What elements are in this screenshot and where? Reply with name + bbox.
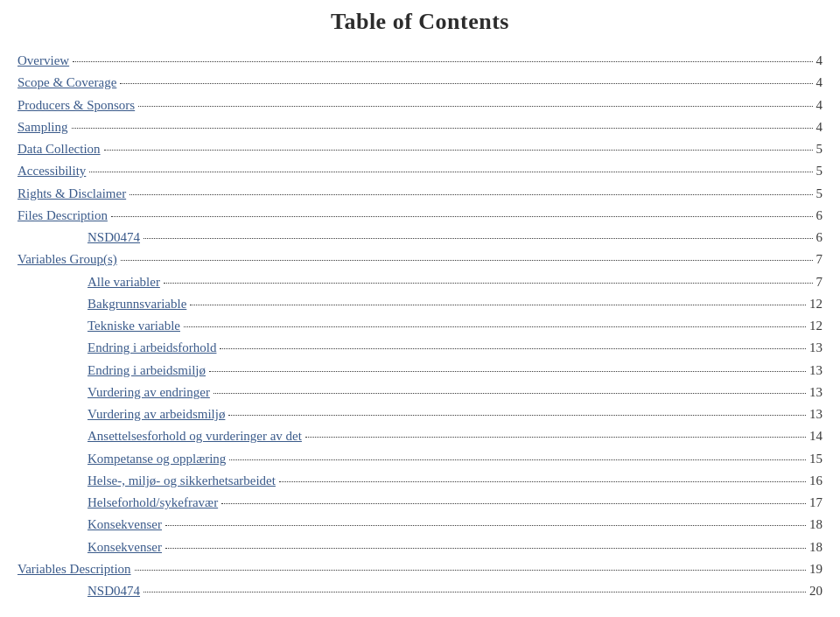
toc-label[interactable]: NSD0474 [88,228,140,248]
toc-dots [165,525,806,526]
toc-label[interactable]: NSD0474 [88,581,140,601]
toc-label[interactable]: Bakgrunnsvariable [88,294,186,314]
toc-label[interactable]: Tekniske variable [88,316,180,336]
list-item: Helse-, miljø- og sikkerhetsarbeidet 16 [18,471,822,491]
toc-page: 19 [809,559,822,579]
toc-label[interactable]: Helse-, miljø- og sikkerhetsarbeidet [88,471,276,491]
toc-page: 13 [809,361,822,381]
toc-label[interactable]: Konsekvenser [88,537,162,557]
list-item: Helseforhold/sykefravær 17 [18,493,822,513]
toc-entry[interactable]: Tekniske variable 12 [18,316,822,336]
toc-label[interactable]: Endring i arbeidsforhold [88,338,216,358]
list-item: Overview 4 [18,51,822,71]
toc-entry[interactable]: Vurdering av endringer 13 [18,382,822,403]
toc-entry[interactable]: Sampling 4 [18,117,822,137]
toc-page: 4 [816,51,823,71]
toc-entry[interactable]: Helseforhold/sykefravær 17 [18,493,822,513]
toc-entry[interactable]: Data Collection 5 [18,139,822,159]
toc-dots [190,305,806,305]
toc-entry[interactable]: Rights & Disclaimer 5 [18,184,822,204]
toc-entry[interactable]: Bakgrunnsvariable 12 [18,294,822,314]
toc-entry[interactable]: NSD0474 6 [18,228,822,248]
toc-dots [220,348,806,349]
toc-label[interactable]: Accessibility [18,161,86,181]
list-item: Konsekvenser 18 [18,537,822,557]
toc-label[interactable]: Alle variabler [88,272,160,292]
toc-dots [184,326,806,327]
toc-label[interactable]: Endring i arbeidsmiljø [88,361,206,381]
toc-label[interactable]: Ansettelsesforhold og vurderinger av det [88,426,302,446]
toc-page: 15 [809,449,822,469]
toc-dots [144,592,806,592]
list-item: Accessibility 5 [18,161,822,181]
toc-dots [73,61,812,62]
toc-label[interactable]: Vurdering av arbeidsmiljø [88,404,225,424]
toc-label[interactable]: Scope & Coverage [18,73,116,93]
toc-entry[interactable]: Accessibility 5 [18,161,822,181]
list-item: Vurdering av endringer 13 [18,382,822,403]
toc-entry[interactable]: Endring i arbeidsforhold 13 [18,338,822,358]
toc-label[interactable]: Vurdering av endringer [88,382,210,403]
toc-label[interactable]: Files Description [18,206,108,226]
list-item: Variables Group(s) 7 [18,249,822,270]
list-item: Scope & Coverage 4 [18,73,822,93]
toc-page: 5 [816,184,823,204]
toc-label[interactable]: Variables Description [18,559,131,579]
toc-label[interactable]: Konsekvenser [88,515,162,535]
toc-label[interactable]: Helseforhold/sykefravær [88,493,218,513]
toc-page: 7 [816,272,823,292]
toc-page: 12 [809,316,822,336]
toc-label[interactable]: Variables Group(s) [18,249,117,270]
list-item: Producers & Sponsors 4 [18,95,822,116]
toc-entry[interactable]: Variables Group(s) 7 [18,249,822,270]
toc-dots [228,415,806,416]
toc-dots [165,548,806,549]
toc-entry[interactable]: Files Description 6 [18,206,822,226]
toc-entry[interactable]: Scope & Coverage 4 [18,73,822,93]
toc-page: 5 [816,139,823,159]
toc-page: 18 [809,515,822,535]
toc-entry[interactable]: Variables Description 19 [18,559,822,579]
toc-entry[interactable]: Helse-, miljø- og sikkerhetsarbeidet 16 [18,471,822,491]
toc-dots [221,503,806,504]
toc-label[interactable]: Data Collection [18,139,101,159]
toc-entry[interactable]: Kompetanse og opplæring 15 [18,449,822,469]
toc-dots [121,260,813,261]
toc-dots [214,393,806,394]
toc-page: 13 [809,404,822,424]
toc-label[interactable]: Producers & Sponsors [18,95,135,116]
toc-label[interactable]: Overview [18,51,69,71]
toc-dots [135,570,806,571]
list-item: Data Collection 5 [18,139,822,159]
page-title: Table of Contents [18,9,822,35]
toc-label[interactable]: Sampling [18,117,68,137]
toc-dots [111,216,813,217]
toc-dots [209,371,806,372]
list-item: Endring i arbeidsmiljø 13 [18,361,822,381]
toc-entry[interactable]: Endring i arbeidsmiljø 13 [18,361,822,381]
toc-dots [144,238,812,239]
toc-entry[interactable]: Ansettelsesforhold og vurderinger av det… [18,426,822,446]
toc-entry[interactable]: Konsekvenser 18 [18,537,822,557]
toc-label[interactable]: Rights & Disclaimer [18,184,126,204]
list-item: Kompetanse og opplæring 15 [18,449,822,469]
toc-page: 7 [816,249,823,270]
list-item: NSD0474 20 [18,581,822,601]
list-item: Endring i arbeidsforhold 13 [18,338,822,358]
toc-label[interactable]: Kompetanse og opplæring [88,449,226,469]
list-item: Sampling 4 [18,117,822,137]
list-item: Ansettelsesforhold og vurderinger av det… [18,426,822,446]
toc-entry[interactable]: Overview 4 [18,51,822,71]
toc-entry[interactable]: Alle variabler 7 [18,272,822,292]
list-item: Tekniske variable 12 [18,316,822,336]
toc-dots [229,459,806,460]
toc-entry[interactable]: Vurdering av arbeidsmiljø 13 [18,404,822,424]
toc-page: 14 [809,426,822,446]
toc-page: 13 [809,338,822,358]
toc-list: Overview 4 Scope & Coverage 4 Producers … [18,51,822,601]
toc-entry[interactable]: NSD0474 20 [18,581,822,601]
toc-entry[interactable]: Konsekvenser 18 [18,515,822,535]
toc-page: 5 [816,161,823,181]
toc-dots [89,172,812,172]
toc-entry[interactable]: Producers & Sponsors 4 [18,95,822,116]
